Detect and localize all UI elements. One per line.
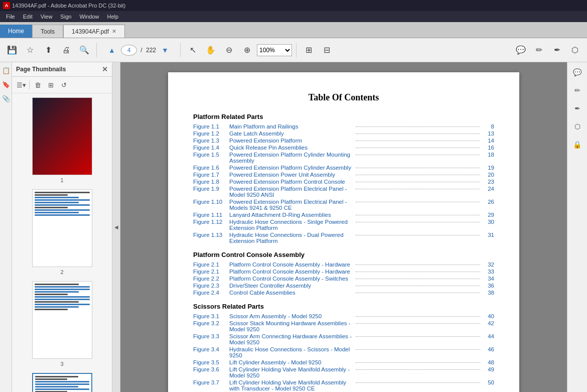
thumb-line: [35, 194, 68, 196]
toc-entry-fig-1-13[interactable]: Figure 1.13 Hydraulic Hose Connections -…: [193, 232, 494, 244]
sidebar-close-button[interactable]: ✕: [102, 65, 108, 73]
toc-desc: Hydraulic Hose Connections - Scissors - …: [229, 346, 354, 358]
share-panel-button[interactable]: ⬡: [570, 119, 584, 134]
thumbnail-4[interactable]: 4: [32, 373, 92, 392]
toc-entry-fig-3-1[interactable]: Figure 3.1 Scissor Arm Assembly - Model …: [193, 313, 494, 319]
save-button[interactable]: 💾: [4, 42, 20, 58]
toc-entry-fig-3-6[interactable]: Figure 3.6 Lift Cylinder Holding Valve M…: [193, 366, 494, 378]
sidebar-grid-button[interactable]: ⊞: [45, 79, 57, 91]
toolbar-separator-2: [180, 43, 181, 57]
toc-page: 34: [482, 276, 494, 282]
sign-panel-button[interactable]: ✒: [570, 101, 584, 115]
sidebar-delete-button[interactable]: 🗑: [32, 79, 44, 91]
hand-tool-button[interactable]: ✋: [203, 42, 219, 58]
tab-home[interactable]: Home: [0, 25, 32, 38]
menu-window[interactable]: Window: [75, 13, 103, 21]
toc-entry-fig-1-12[interactable]: Figure 1.12 Hydraulic Hose Connections -…: [193, 219, 494, 231]
sidebar-menu-button[interactable]: ☰▾: [15, 79, 27, 91]
tab-tools[interactable]: Tools: [32, 25, 63, 38]
menu-view[interactable]: View: [37, 13, 57, 21]
toc-entry-fig-2-4[interactable]: Figure 2.4 Control Cable Assemblies 38: [193, 290, 494, 296]
menu-sign[interactable]: Sign: [56, 13, 75, 21]
toc-entry-fig-2-2[interactable]: Figure 2.2 Platform Control Console Asse…: [193, 276, 494, 282]
menu-help[interactable]: Help: [103, 13, 123, 21]
toc-entry-fig-3-4[interactable]: Figure 3.4 Hydraulic Hose Connections - …: [193, 346, 494, 358]
toc-entry-fig-2-1b[interactable]: Figure 2.1 Platform Control Console Asse…: [193, 269, 494, 275]
thumb-line: [35, 202, 79, 203]
zoom-in-button[interactable]: ⊕: [239, 42, 255, 58]
toc-entry-fig-3-5[interactable]: Figure 3.5 Lift Cylinder Assembly - Mode…: [193, 359, 494, 365]
toc-entry-fig-1-6[interactable]: Figure 1.6 Powered Extension Platform Cy…: [193, 165, 494, 171]
thumb-line: [35, 381, 89, 382]
toc-entry-fig-3-2[interactable]: Figure 3.2 Scissor Stack Mounting Hardwa…: [193, 320, 494, 332]
toc-desc: Hydraulic Hose Connections - Dual Powere…: [229, 232, 354, 244]
fit-page-button[interactable]: ⊞: [301, 42, 317, 58]
toc-page: 31: [482, 232, 494, 238]
toc-desc: Powered Extension Platform Cylinder Moun…: [229, 152, 354, 164]
thumbnail-image-3: [32, 281, 92, 359]
next-page-button[interactable]: ▼: [158, 43, 172, 57]
draw-panel-button[interactable]: ✏: [570, 83, 584, 97]
zoom-select[interactable]: 50% 75% 100% 125% 150% 200%: [257, 44, 292, 56]
select-tool-button[interactable]: ↖: [185, 42, 201, 58]
toc-entry-fig-3-3[interactable]: Figure 3.3 Scissor Arm Connecting Hardwa…: [193, 333, 494, 345]
toc-dots: [356, 155, 480, 155]
toc-dots: [356, 279, 480, 279]
prev-page-button[interactable]: ▲: [105, 43, 119, 57]
toc-fig-label: Figure 3.6: [193, 366, 229, 372]
section-header-1: Platform Related Parts: [193, 113, 494, 120]
zoom-out-button[interactable]: ⊖: [221, 42, 237, 58]
toc-desc: Lift Cylinder Holding Valve Manifold Ass…: [229, 366, 354, 378]
toc-fig-label: Figure 1.4: [193, 145, 229, 151]
toc-entry-fig-1-11[interactable]: Figure 1.11 Lanyard Attachment D-Ring As…: [193, 212, 494, 218]
page-number-input[interactable]: [121, 45, 137, 56]
toc-entry-fig-1-7[interactable]: Figure 1.7 Powered Extension Power Unit …: [193, 172, 494, 178]
toc-desc: Powered Extension Platform Cylinder Asse…: [229, 165, 354, 171]
toc-dots: [356, 141, 480, 141]
bookmark-button[interactable]: ☆: [22, 42, 38, 58]
search-button[interactable]: 🔍: [76, 42, 92, 58]
toc-entry-fig-2-3[interactable]: Figure 2.3 Drive/Steer Controller Assemb…: [193, 283, 494, 289]
thumbnail-2[interactable]: 2: [32, 189, 92, 275]
comment-button[interactable]: 💬: [513, 42, 529, 58]
pages-icon[interactable]: 📋: [1, 65, 11, 75]
toc-entry-fig-1-8[interactable]: Figure 1.8 Powered Extension Platform Co…: [193, 179, 494, 185]
toc-entry-fig-1-4[interactable]: Figure 1.4 Quick Release Pin Assemblies …: [193, 145, 494, 151]
toc-dots: [356, 286, 480, 286]
comment-panel-button[interactable]: 💬: [570, 65, 584, 79]
toc-entry-fig-1-3[interactable]: Figure 1.3 Powered Extension Platform 14: [193, 138, 494, 144]
toc-page: 20: [482, 172, 494, 178]
toc-entry-fig-1-5[interactable]: Figure 1.5 Powered Extension Platform Cy…: [193, 152, 494, 164]
thumb-line: [35, 209, 90, 211]
sidebar-collapse-button[interactable]: ◀: [112, 62, 120, 392]
toc-entry-fig-1-9[interactable]: Figure 1.9 Powered Extension Platform El…: [193, 186, 494, 198]
menu-edit[interactable]: Edit: [19, 13, 37, 21]
tab-close-icon[interactable]: ✕: [112, 28, 116, 35]
attachments-icon[interactable]: 📎: [1, 93, 11, 103]
toc-entry-fig-1-2[interactable]: Figure 1.2 Gate Latch Assembly 13: [193, 130, 494, 137]
print-button[interactable]: 🖨: [58, 42, 74, 58]
menu-file[interactable]: File: [2, 13, 19, 21]
sign-button[interactable]: ✒: [549, 42, 565, 58]
toc-dots: [356, 202, 480, 202]
toc-entry-fig-3-7[interactable]: Figure 3.7 Lift Cylinder Holding Valve M…: [193, 379, 494, 391]
bookmarks-icon[interactable]: 🔖: [1, 79, 11, 89]
lock-panel-button[interactable]: 🔒: [570, 138, 584, 152]
toc-dots: [356, 316, 480, 317]
toc-entry-fig-1-1[interactable]: Figure 1.1 Main Platform and Railings 8: [193, 123, 494, 129]
upload-button[interactable]: ⬆: [40, 42, 56, 58]
share-button[interactable]: ⬡: [567, 42, 583, 58]
app-icon: A: [3, 2, 10, 9]
sidebar-rotate-button[interactable]: ↺: [58, 79, 70, 91]
tab-document[interactable]: 143904AF.pdf ✕: [63, 25, 125, 38]
draw-button[interactable]: ✏: [531, 42, 547, 58]
fit-width-button[interactable]: ⊟: [319, 42, 335, 58]
toc-fig-label: Figure 2.4: [193, 290, 229, 296]
pdf-viewing-area[interactable]: Table Of Contents Platform Related Parts…: [120, 62, 567, 392]
thumbnail-3[interactable]: 3: [32, 281, 92, 367]
toc-title: Table Of Contents: [193, 92, 494, 103]
thumbnail-1[interactable]: 1: [32, 97, 92, 183]
toc-page: 32: [482, 262, 494, 268]
toc-entry-fig-1-10[interactable]: Figure 1.10 Powered Extension Platform E…: [193, 199, 494, 211]
toc-entry-fig-2-1a[interactable]: Figure 2.1 Platform Control Console Asse…: [193, 262, 494, 268]
